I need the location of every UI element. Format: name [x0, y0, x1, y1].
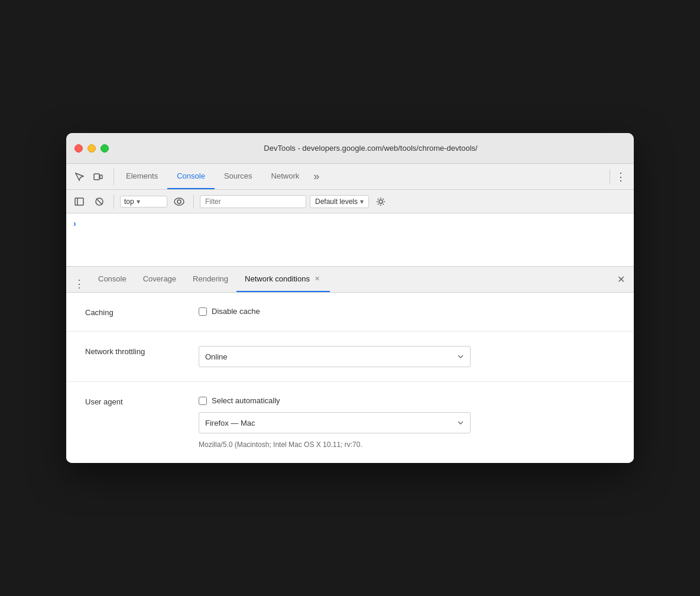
- drawer-tab-bar: ⋮ Console Coverage Rendering Network con…: [66, 267, 634, 293]
- user-agent-section: User agent Select automatically Firefox …: [66, 382, 634, 463]
- eye-icon[interactable]: [171, 193, 187, 210]
- disable-cache-label: Disable cache: [212, 307, 260, 316]
- toolbar-right: ⋮: [607, 169, 629, 185]
- bottom-drawer: ⋮ Console Coverage Rendering Network con…: [66, 267, 634, 463]
- svg-point-6: [174, 198, 184, 205]
- throttling-section: Network throttling Online Fast 3G Slow 3…: [66, 332, 634, 382]
- caching-section: Caching Disable cache: [66, 293, 634, 332]
- svg-line-5: [96, 199, 102, 205]
- close-network-conditions-tab[interactable]: ✕: [313, 275, 322, 283]
- tab-network[interactable]: Network: [262, 164, 309, 189]
- throttling-controls: Online Fast 3G Slow 3G Offline Add...: [199, 346, 615, 367]
- select-auto-label: Select automatically: [212, 396, 280, 405]
- drawer-tab-console[interactable]: Console: [90, 267, 135, 292]
- traffic-lights: [74, 144, 109, 153]
- close-button[interactable]: [74, 144, 83, 153]
- disable-cache-checkbox[interactable]: [199, 307, 207, 316]
- main-tab-bar: Elements Console Sources Network »: [116, 164, 607, 189]
- devtools-window: DevTools - developers.google.com/web/too…: [66, 133, 634, 463]
- caching-label: Caching: [85, 307, 180, 317]
- user-agent-label: User agent: [85, 396, 180, 406]
- select-auto-row[interactable]: Select automatically: [199, 396, 615, 405]
- device-toolbar-icon[interactable]: [90, 169, 106, 185]
- console-divider-2: [193, 195, 194, 209]
- select-auto-checkbox[interactable]: [199, 397, 207, 405]
- devtools-menu-button[interactable]: ⋮: [612, 169, 629, 185]
- close-drawer-button[interactable]: ✕: [612, 266, 629, 292]
- drawer-tab-network-conditions[interactable]: Network conditions ✕: [236, 267, 330, 292]
- tab-sources[interactable]: Sources: [215, 164, 262, 189]
- svg-rect-1: [100, 175, 102, 179]
- drawer-tab-coverage[interactable]: Coverage: [135, 267, 184, 292]
- svg-point-7: [177, 200, 181, 203]
- svg-rect-2: [75, 198, 83, 205]
- tab-console[interactable]: Console: [167, 164, 215, 189]
- maximize-button[interactable]: [101, 144, 109, 153]
- settings-icon[interactable]: [372, 193, 389, 210]
- title-bar: DevTools - developers.google.com/web/too…: [66, 133, 634, 164]
- ua-string: Mozilla/5.0 (Macintosh; Intel Mac OS X 1…: [199, 440, 471, 449]
- network-conditions-panel: Caching Disable cache Network throttling…: [66, 293, 634, 463]
- more-tabs-button[interactable]: »: [309, 164, 324, 189]
- console-toolbar: top ▾ Default levels ▾: [66, 190, 634, 213]
- throttling-select[interactable]: Online Fast 3G Slow 3G Offline Add...: [199, 346, 471, 367]
- clear-console-icon[interactable]: [91, 193, 108, 210]
- window-title: DevTools - developers.google.com/web/too…: [116, 144, 626, 153]
- toolbar-icons: [71, 169, 114, 185]
- toolbar-divider: [610, 170, 610, 184]
- svg-rect-0: [94, 174, 99, 180]
- default-levels-button[interactable]: Default levels ▾: [310, 195, 369, 208]
- svg-point-8: [379, 200, 383, 203]
- sidebar-toggle-icon[interactable]: [71, 193, 88, 210]
- console-prompt[interactable]: ›: [73, 219, 76, 228]
- disable-cache-row[interactable]: Disable cache: [199, 307, 615, 316]
- user-agent-controls: Select automatically Firefox — Mac Chrom…: [199, 396, 615, 449]
- filter-input[interactable]: [200, 195, 306, 208]
- inspect-icon[interactable]: [71, 169, 88, 185]
- context-selector[interactable]: top ▾: [120, 196, 167, 208]
- main-toolbar: Elements Console Sources Network » ⋮: [66, 164, 634, 190]
- throttling-label: Network throttling: [85, 346, 180, 356]
- tab-elements[interactable]: Elements: [116, 164, 167, 189]
- drawer-tab-rendering[interactable]: Rendering: [184, 267, 236, 292]
- ua-select[interactable]: Firefox — Mac Chrome — Mac Chrome — Wind…: [199, 412, 471, 433]
- console-divider-1: [114, 195, 114, 209]
- console-area: ›: [66, 213, 634, 267]
- minimize-button[interactable]: [88, 144, 96, 153]
- caching-controls: Disable cache: [199, 307, 615, 316]
- drawer-menu-icon[interactable]: ⋮: [71, 276, 88, 292]
